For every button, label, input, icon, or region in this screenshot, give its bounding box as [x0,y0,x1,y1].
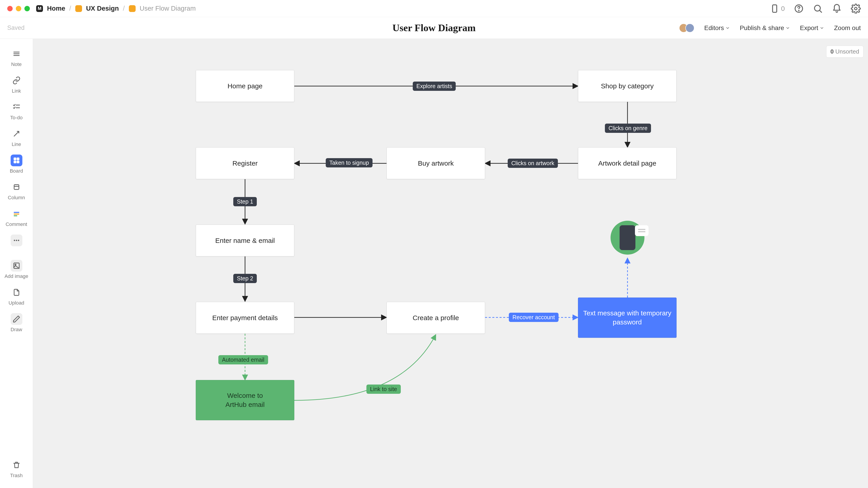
edge-taken-signup[interactable]: Taken to signup [326,158,373,167]
breadcrumb-home[interactable]: Home [47,5,65,12]
svg-rect-12 [17,158,19,160]
device-count: 0 [781,5,785,12]
settings-icon[interactable] [851,4,861,13]
search-icon[interactable] [813,4,823,13]
editors-label: Editors [704,24,724,32]
welcome-line1: Welcome to [227,391,263,400]
tool-sidebar: Note Link To-do Line Board Column Commen… [0,39,33,488]
edge-step2[interactable]: Step 2 [233,274,257,283]
publish-label: Publish & share [740,24,784,32]
unsorted-label: Unsorted [835,48,860,55]
home-icon[interactable]: M [36,5,43,12]
upload-tool[interactable]: Upload [0,284,33,308]
column-label: Column [8,195,25,201]
node-home-page[interactable]: Home page [196,70,294,102]
edge-clicks-genre[interactable]: Clicks on genre [605,124,651,133]
svg-point-4 [855,7,857,10]
trash-label: Trash [10,473,23,479]
more-tool[interactable] [0,232,33,249]
edge-clicks-artwork[interactable]: Clicks on artwork [508,159,558,168]
comment-label: Comment [6,221,27,227]
board-tool[interactable]: Board [0,152,33,177]
svg-rect-0 [773,5,777,12]
page-title[interactable]: User Flow Diagram [393,22,475,34]
export-label: Export [800,24,818,32]
welcome-line2: ArtHub email [225,400,265,410]
node-enter-payment[interactable]: Enter payment details [196,302,294,334]
zoom-out-button[interactable]: Zoom out [834,24,861,32]
device-badge[interactable]: 0 [770,4,785,13]
comment-tool[interactable]: Comment [0,205,33,230]
document-header: Saved User Flow Diagram Editors Publish … [0,17,868,39]
edge-link-site[interactable]: Link to site [366,385,401,394]
save-status: Saved [7,24,25,31]
edge-recover[interactable]: Recover account [509,313,559,322]
canvas[interactable]: 0 Unsorted [33,39,868,488]
node-register[interactable]: Register [196,147,294,179]
svg-point-24 [15,264,16,265]
breadcrumb: M Home / UX Design / User Flow Diagram [36,5,196,12]
node-enter-name[interactable]: Enter name & email [196,225,294,256]
breadcrumb-project[interactable]: UX Design [86,5,119,12]
draw-tool[interactable]: Draw [0,311,33,335]
edges [33,39,868,488]
column-tool[interactable]: Column [0,178,33,203]
svg-point-3 [814,5,820,11]
breadcrumb-separator: / [123,5,125,12]
phone-message-icon[interactable] [611,221,645,255]
unsorted-pill[interactable]: 0 Unsorted [826,46,864,58]
add-image-tool[interactable]: Add image [0,257,33,282]
edge-step1[interactable]: Step 1 [233,197,257,206]
notifications-icon[interactable] [832,4,842,13]
todo-tool[interactable]: To-do [0,98,33,123]
node-text-message[interactable]: Text message with temporary password [578,297,677,338]
node-shop-category[interactable]: Shop by category [578,70,677,102]
line-label: Line [12,141,21,147]
maximize-window-icon[interactable] [24,6,30,11]
svg-point-2 [799,10,799,11]
link-tool[interactable]: Link [0,72,33,97]
node-buy-artwork[interactable]: Buy artwork [386,147,485,179]
svg-point-22 [18,240,19,241]
breadcrumb-separator: / [69,5,71,12]
trash-tool[interactable]: Trash [0,456,33,481]
help-icon[interactable] [794,4,804,13]
svg-point-20 [14,240,15,241]
svg-rect-14 [17,161,19,163]
node-welcome-email[interactable]: Welcome to ArtHub email [196,380,294,420]
editor-avatars[interactable] [679,24,694,33]
edge-automated[interactable]: Automated email [218,355,268,364]
edge-explore[interactable]: Explore artists [413,82,456,91]
minimize-window-icon[interactable] [16,6,21,11]
close-window-icon[interactable] [7,6,13,11]
svg-line-10 [14,131,19,136]
node-artwork-detail[interactable]: Artwork detail page [578,147,677,179]
add-image-label: Add image [4,273,28,279]
breadcrumb-page: User Flow Diagram [140,5,196,12]
todo-label: To-do [10,115,23,121]
editors-dropdown[interactable]: Editors [704,24,730,32]
draw-label: Draw [11,327,22,332]
export-dropdown[interactable]: Export [800,24,824,32]
line-tool[interactable]: Line [0,125,33,150]
svg-rect-15 [14,185,19,190]
traffic-lights [7,6,30,11]
svg-rect-11 [14,158,16,160]
note-tool[interactable]: Note [0,45,33,70]
publish-dropdown[interactable]: Publish & share [740,24,790,32]
link-label: Link [12,88,21,94]
note-label: Note [11,61,22,67]
unsorted-count: 0 [831,48,834,55]
page-icon[interactable] [129,5,135,12]
board-label: Board [10,168,23,174]
svg-point-21 [16,240,17,241]
svg-rect-13 [14,161,16,163]
window-titlebar: M Home / UX Design / User Flow Diagram 0 [0,0,868,17]
node-create-profile[interactable]: Create a profile [386,302,485,334]
folder-icon[interactable] [75,5,82,12]
upload-label: Upload [8,300,24,306]
